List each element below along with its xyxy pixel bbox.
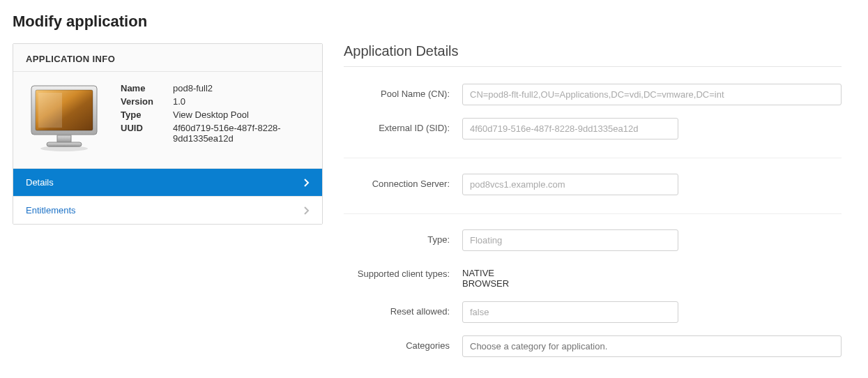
info-version-label: Version (121, 96, 173, 107)
type-label: Type: (344, 229, 462, 245)
supported-client-types-value: NATIVE BROWSER (462, 264, 842, 289)
info-type-value: View Desktop Pool (173, 109, 310, 120)
external-id-label: External ID (SID): (344, 118, 462, 133)
supported-client-types-label: Supported client types: (344, 264, 462, 279)
page-title: Modify application (13, 13, 855, 31)
info-name-value: pod8-full2 (173, 83, 310, 93)
info-name-label: Name (121, 83, 173, 93)
info-uuid-value: 4f60d719-516e-487f-8228-9dd1335ea12d (173, 123, 310, 144)
info-type-label: Type (121, 109, 173, 120)
nav-item-entitlements-label: Entitlements (26, 205, 76, 216)
info-uuid-label: UUID (121, 123, 173, 144)
reset-allowed-label: Reset allowed: (344, 301, 462, 317)
application-info-card: APPLICATION INFO (13, 43, 323, 225)
svg-point-6 (40, 146, 88, 151)
nav-item-details-label: Details (26, 177, 54, 188)
reset-allowed-field (462, 301, 678, 323)
chevron-right-icon (304, 179, 310, 187)
connection-server-label: Connection Server: (344, 174, 462, 189)
desktop-monitor-icon (26, 83, 102, 153)
categories-label: Categories (344, 335, 462, 351)
pool-name-field (462, 84, 842, 105)
external-id-field (462, 118, 678, 139)
application-info-header: APPLICATION INFO (13, 44, 322, 72)
categories-field[interactable] (462, 335, 842, 357)
info-version-value: 1.0 (173, 96, 310, 107)
type-field (462, 229, 678, 251)
pool-name-label: Pool Name (CN): (344, 84, 462, 99)
svg-rect-4 (57, 135, 71, 142)
nav-item-details[interactable]: Details (13, 168, 322, 196)
nav-item-entitlements[interactable]: Entitlements (13, 196, 322, 224)
application-info-fields: Name pod8-full2 Version 1.0 Type View De… (121, 83, 310, 144)
application-details-heading: Application Details (344, 43, 842, 67)
connection-server-field (462, 174, 678, 195)
chevron-right-icon (304, 206, 310, 215)
svg-rect-3 (38, 93, 62, 128)
